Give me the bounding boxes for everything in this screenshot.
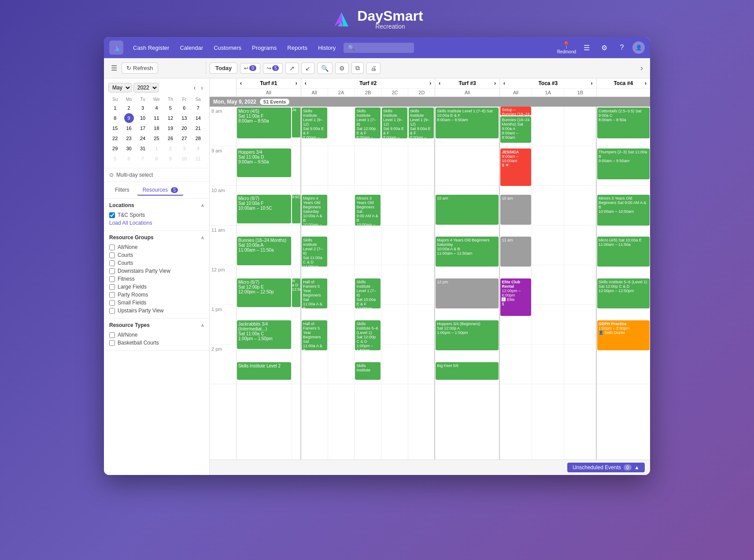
rg-downstairs-party[interactable]: Downstairs Party View bbox=[109, 267, 204, 275]
cal-day[interactable]: 21 bbox=[193, 123, 203, 133]
event-block[interactable]: Hoppers 3/4 Sat 11:00a D 9:00am – 9:50a bbox=[237, 148, 291, 177]
load-all-locations-link[interactable]: Load All Locations bbox=[109, 219, 204, 227]
today-button[interactable]: Today bbox=[210, 63, 237, 74]
copy-button[interactable]: ⧉ bbox=[351, 62, 364, 74]
cal-day[interactable]: 8 bbox=[152, 154, 161, 163]
nav-user-avatar[interactable]: 👤 bbox=[632, 41, 645, 54]
refresh-button[interactable]: ↻ Refresh bbox=[122, 63, 158, 74]
undo-button[interactable]: ↩ 0 bbox=[240, 63, 260, 74]
cal-day[interactable]: 1 bbox=[110, 103, 120, 113]
toca3-next[interactable]: › bbox=[591, 80, 593, 86]
rg-small-fields[interactable]: Small Fields bbox=[109, 299, 204, 307]
cal-day[interactable]: 10 bbox=[179, 154, 189, 163]
cal-day[interactable]: 6 bbox=[124, 154, 134, 163]
locations-header[interactable]: Locations ∧ bbox=[109, 202, 204, 208]
multi-day-select[interactable]: ⊙ Multi-day select bbox=[104, 168, 209, 182]
cal-day[interactable]: 22 bbox=[110, 134, 120, 143]
cal-day[interactable]: 7 bbox=[193, 103, 203, 113]
cal-day[interactable]: 19 bbox=[166, 123, 175, 133]
event-block[interactable]: Skills Institute 5–6 (Level 1) Sat 12:00… bbox=[355, 320, 381, 350]
filter-button[interactable]: ⚙ bbox=[335, 63, 349, 74]
event-block[interactable]: 10 am bbox=[436, 195, 499, 225]
event-block[interactable]: Skills Institute Level 1 (9–12) Sat 9:00… bbox=[302, 108, 327, 138]
location-tc-sports-checkbox[interactable] bbox=[109, 212, 115, 218]
rg-upstairs-party[interactable]: Upstairs Party View bbox=[109, 307, 204, 315]
nav-programs[interactable]: Programs bbox=[248, 42, 281, 54]
event-block[interactable]: Jackrabbits 3/4 (Intermediat...) Sat 11:… bbox=[237, 320, 291, 349]
turf3-next[interactable]: › bbox=[494, 80, 496, 86]
rg-all-none[interactable]: All/None bbox=[109, 243, 204, 251]
nav-reports[interactable]: Reports bbox=[283, 42, 312, 54]
menu-button[interactable]: ☰ bbox=[109, 62, 119, 74]
prev-month-button[interactable]: ‹ bbox=[192, 83, 198, 92]
cal-day[interactable]: 4 bbox=[193, 144, 203, 153]
cal-day[interactable]: 11 bbox=[193, 154, 203, 163]
cal-day[interactable]: 24 bbox=[138, 134, 148, 143]
turf1-next[interactable]: › bbox=[296, 80, 297, 86]
nav-list-icon[interactable]: ☰ bbox=[580, 41, 594, 55]
event-block[interactable]: 10 am bbox=[500, 195, 531, 225]
next-month-button[interactable]: › bbox=[199, 83, 205, 92]
cal-day[interactable]: 5 bbox=[166, 103, 175, 113]
event-block[interactable]: Skills Institute Level 1 (7–8) Sat 10:00… bbox=[436, 108, 499, 138]
cal-day[interactable]: 5 bbox=[110, 154, 120, 163]
year-select[interactable]: 2022 bbox=[133, 83, 159, 93]
event-block[interactable]: Minors 3 Years Old Beginners Sat 9:00 AM… bbox=[597, 195, 650, 226]
tab-filters[interactable]: Filters bbox=[109, 185, 135, 196]
resource-types-header[interactable]: Resource Types ∧ bbox=[109, 322, 204, 328]
cal-day[interactable]: 15 bbox=[110, 123, 120, 133]
cal-day[interactable]: 18 bbox=[152, 123, 161, 133]
nav-customers[interactable]: Customers bbox=[209, 42, 246, 54]
event-block[interactable]: JESSICA 9:00am – 10:00am $ 👁 bbox=[500, 148, 531, 186]
rg-large-fields[interactable]: Large Fields bbox=[109, 283, 204, 291]
rt-all-none[interactable]: All/None bbox=[109, 331, 204, 339]
cal-day[interactable]: 29 bbox=[110, 144, 120, 153]
cal-day[interactable]: 17 bbox=[138, 123, 148, 133]
cal-day[interactable]: 2 bbox=[166, 144, 175, 153]
event-block[interactable]: Cottontails (2.5–3.5) Sat 9:00a C 8:00am… bbox=[597, 108, 650, 138]
event-block[interactable]: Micro (4/5) Sat 11:00a F 8:00am – 8:50a bbox=[237, 108, 291, 138]
event-block[interactable]: Majors 4 Years Old Beginners Saturday 10… bbox=[436, 237, 499, 267]
toca3-prev[interactable]: ‹ bbox=[503, 80, 505, 86]
event-block[interactable]: Minors 3 Years Old Beginners Sat 9:00 AM… bbox=[355, 195, 381, 226]
collapse-sidebar-button[interactable]: › bbox=[639, 62, 645, 74]
nav-history[interactable]: History bbox=[314, 42, 340, 54]
location-tc-sports[interactable]: T&C Sports bbox=[109, 211, 204, 219]
event-block[interactable]: Micro (4/5) Sat 10:00a E 11:00am – 11:50… bbox=[597, 237, 650, 267]
cal-day[interactable]: 31 bbox=[138, 144, 148, 153]
print-button[interactable]: 🖨 bbox=[366, 63, 381, 74]
event-block[interactable]: 11 am bbox=[500, 237, 531, 267]
event-block[interactable]: Bunnies (18–24 Months) Sat 9:00a A 8:00a… bbox=[500, 116, 531, 143]
event-block[interactable]: Hall of Famers 5 Year Beginners Sat 11:0… bbox=[302, 278, 327, 308]
nav-logo-button[interactable] bbox=[109, 41, 123, 55]
cal-day[interactable]: 30 bbox=[124, 144, 134, 153]
nav-location[interactable]: 📍 Redmond bbox=[557, 41, 576, 54]
nav-cash-register[interactable]: Cash Register bbox=[129, 42, 174, 54]
cal-day[interactable]: 10 bbox=[138, 113, 148, 123]
event-block[interactable]: Big Feet 5/6 bbox=[436, 362, 499, 380]
cal-day[interactable]: 27 bbox=[179, 134, 189, 143]
cal-day[interactable]: 1 bbox=[152, 144, 161, 153]
cal-day-today[interactable]: 9 bbox=[124, 113, 134, 123]
cal-day[interactable]: 8 bbox=[110, 113, 120, 123]
turf3-prev[interactable]: ‹ bbox=[439, 80, 440, 86]
event-block[interactable]: Skills Institute Level 2 bbox=[237, 362, 291, 380]
event-block[interactable]: Skills Institute bbox=[355, 362, 381, 380]
unscheduled-events-button[interactable]: Unscheduled Events 0 ▲ bbox=[567, 463, 645, 472]
nav-calendar[interactable]: Calendar bbox=[175, 42, 207, 54]
event-block[interactable]: Hoppers 3/4 (Beginners) Sat 12:00p A 1:0… bbox=[436, 320, 499, 350]
event-block[interactable]: Hall of Famers 5 Year Beginners Sat 11:0… bbox=[302, 320, 327, 350]
cal-day[interactable]: 25 bbox=[152, 134, 161, 143]
rg-courts-2[interactable]: Courts bbox=[109, 259, 204, 267]
cal-day[interactable]: 20 bbox=[179, 123, 189, 133]
event-block[interactable]: Skills Institute Level 1 (7–8) Sat 12:00… bbox=[355, 108, 381, 138]
cal-day[interactable]: 26 bbox=[166, 134, 175, 143]
cal-day[interactable]: 7 bbox=[138, 154, 148, 163]
event-block[interactable]: Skills Institute Level 2 (7–8) Sat 11:00… bbox=[302, 237, 327, 267]
cal-day[interactable]: 11 bbox=[152, 113, 161, 123]
cal-day[interactable]: 3 bbox=[138, 103, 148, 113]
event-block[interactable]: Micro (6/7) Sat 12:00p E 12:00pm – 12:50… bbox=[237, 278, 291, 307]
cal-day[interactable]: 28 bbox=[193, 134, 203, 143]
rg-fitness[interactable]: Fitness bbox=[109, 275, 204, 283]
event-block[interactable]: Skills Institute Level 1 (9–12) Sat 9:00… bbox=[382, 108, 407, 138]
